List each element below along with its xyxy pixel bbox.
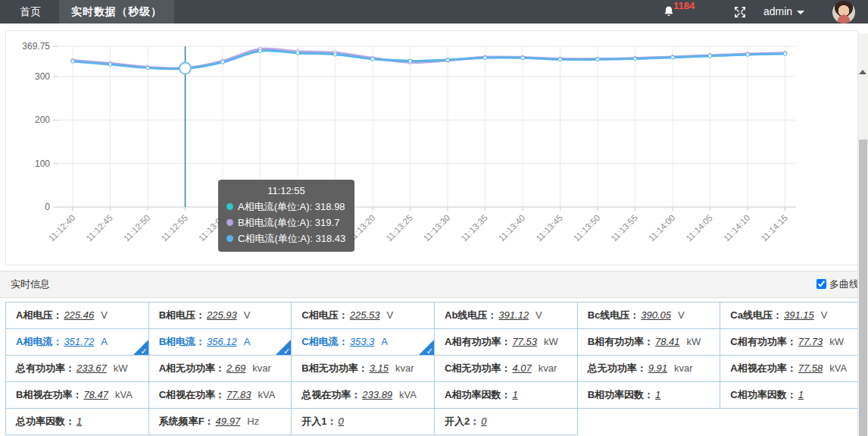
cell-value-link[interactable]: 1 <box>655 389 660 400</box>
table-cell-A相功率因数[interactable]: A相功率因数：1 <box>435 382 578 409</box>
cell-value-link[interactable]: 1 <box>76 416 82 427</box>
cell-value-link[interactable]: 353.3 <box>350 336 375 347</box>
table-cell-Ca线电压[interactable]: Ca线电压：391.15V <box>720 303 863 329</box>
table-cell-B相视在功率[interactable]: B相视在功率：78.47kVA <box>6 382 149 409</box>
cell-value-link[interactable]: 233.89 <box>362 389 392 400</box>
scroll-up-button[interactable] <box>859 70 866 74</box>
scrollbar-track[interactable] <box>857 33 868 436</box>
cell-unit: kVA <box>399 389 417 400</box>
cell-value-link[interactable]: 356.12 <box>207 336 237 347</box>
realtime-info-bar: 实时信息 多曲线 <box>0 271 868 298</box>
cell-unit: V <box>678 309 685 321</box>
data-point <box>296 52 300 55</box>
table-cell-A相视在功率[interactable]: A相视在功率：77.58kVA <box>720 356 863 382</box>
cell-value-link[interactable]: 0 <box>339 416 344 427</box>
cell-value-link[interactable]: 391.12 <box>498 309 529 321</box>
top-header: 首页 实时数据（秒级） 1184 admin <box>0 0 868 24</box>
cell-value-link[interactable]: 77.58 <box>798 362 823 374</box>
cell-unit: kW <box>687 336 701 347</box>
table-cell-C相有功功率[interactable]: C相有功功率：77.73kW <box>720 329 863 356</box>
cell-value-link[interactable]: 49.97 <box>216 416 241 427</box>
cell-label: Ca线电压： <box>730 309 782 321</box>
avatar[interactable] <box>832 1 855 24</box>
table-cell-A相无功功率[interactable]: A相无功功率：2.69kvar <box>149 356 292 382</box>
table-cell-B相电压[interactable]: B相电压：225.93V <box>149 303 292 329</box>
cell-value-link[interactable]: 351.72 <box>64 336 94 347</box>
table-cell-C相电压[interactable]: C相电压：225.53V <box>292 303 435 329</box>
tooltip-series-line: A相电流(单位:A): 318.98 <box>226 199 346 215</box>
cell-value-link[interactable]: 4.07 <box>512 362 531 374</box>
table-cell-A相有功功率[interactable]: A相有功功率：77.53kW <box>435 329 578 356</box>
chart-canvas[interactable]: 11:12:4011:12:4511:12:5011:12:5511:13:00… <box>6 31 856 263</box>
cell-value-link[interactable]: 77.83 <box>226 389 251 400</box>
cell-label: 系统频率F： <box>159 416 214 427</box>
highlight-point <box>180 63 191 74</box>
cell-value-link[interactable]: 391.15 <box>784 309 814 321</box>
cell-unit: Hz <box>247 416 259 427</box>
fullscreen-icon[interactable] <box>733 5 747 19</box>
tooltip-series-line: C相电流(单位:A): 318.43 <box>226 231 346 246</box>
cell-value-link[interactable]: 77.53 <box>512 336 537 347</box>
table-cell-系统频率F[interactable]: 系统频率F：49.97Hz <box>149 409 292 435</box>
cell-unit: V <box>535 309 542 321</box>
table-cell-开入1[interactable]: 开入1：0 <box>292 409 435 435</box>
table-cell-C相电流[interactable]: C相电流：353.3A✓ <box>292 329 435 356</box>
table-cell-A相电流[interactable]: A相电流：351.72A✓ <box>6 329 149 356</box>
multi-curve-checkbox[interactable] <box>816 279 826 289</box>
notification-count-badge: 1184 <box>673 0 695 11</box>
user-menu[interactable]: admin <box>763 0 804 24</box>
cell-unit: V <box>101 309 108 321</box>
table-cell-总有功功率[interactable]: 总有功功率：233.67kW <box>6 356 149 382</box>
multi-curve-toggle[interactable]: 多曲线 <box>816 271 859 297</box>
table-cell-开入2[interactable]: 开入2：0 <box>435 409 578 435</box>
x-tick-label: 11:13:25 <box>384 213 414 243</box>
user-name: admin <box>763 5 792 17</box>
table-cell-Bc线电压[interactable]: Bc线电压：390.05V <box>578 303 721 329</box>
cell-value-link[interactable]: 390.05 <box>641 309 671 321</box>
cell-value-link[interactable]: 225.53 <box>350 309 380 321</box>
cell-unit: kvar <box>395 362 414 374</box>
tab-realtime-data[interactable]: 实时数据（秒级） <box>59 0 174 24</box>
x-tick-label: 11:12:50 <box>122 213 152 243</box>
table-cell-B相有功功率[interactable]: B相有功功率：78.41kW <box>578 329 721 356</box>
table-cell-B相无功功率[interactable]: B相无功功率：3.15kvar <box>292 356 435 382</box>
table-cell-A相电压[interactable]: A相电压：225.46V <box>6 303 149 329</box>
data-point <box>483 56 487 60</box>
cell-value-link[interactable]: 0 <box>481 416 486 427</box>
cell-value-link[interactable]: 77.73 <box>798 336 823 347</box>
table-cell-C相功率因数[interactable]: C相功率因数：1 <box>720 382 863 409</box>
cell-value-link[interactable]: 1 <box>798 389 804 400</box>
cell-value-link[interactable]: 3.15 <box>370 362 389 374</box>
table-cell-Ab线电压[interactable]: Ab线电压：391.12V <box>435 303 578 329</box>
data-point <box>671 55 675 59</box>
x-tick-label: 11:14:10 <box>722 213 752 243</box>
scrollbar-thumb[interactable] <box>859 140 867 436</box>
cell-value-link[interactable]: 2.69 <box>226 362 245 374</box>
multi-curve-label: 多曲线 <box>829 278 859 290</box>
cell-value-link[interactable]: 1 <box>512 389 517 400</box>
cell-label: 总无功功率： <box>588 362 647 374</box>
cell-value-link[interactable]: 9.91 <box>648 362 667 374</box>
table-cell-C相视在功率[interactable]: C相视在功率：77.83kVA <box>149 382 292 409</box>
data-point <box>71 60 75 64</box>
cell-unit: kVA <box>829 362 847 374</box>
table-cell-B相电流[interactable]: B相电流：356.12A✓ <box>149 329 292 356</box>
cell-value-link[interactable]: 225.93 <box>207 309 237 321</box>
data-point <box>371 57 375 61</box>
table-cell-总无功功率[interactable]: 总无功功率：9.91kvar <box>578 356 721 382</box>
table-cell-总视在功率[interactable]: 总视在功率：233.89kVA <box>292 382 435 409</box>
cell-label: B相电流： <box>159 336 205 347</box>
cell-label: 总有功功率： <box>16 362 75 374</box>
table-cell-总功率因数[interactable]: 总功率因数：1 <box>6 409 149 435</box>
cell-value-link[interactable]: 78.41 <box>655 336 680 347</box>
cell-unit: kVA <box>258 389 276 400</box>
cell-value-link[interactable]: 78.47 <box>83 389 108 400</box>
cell-unit: kvar <box>539 362 557 374</box>
tab-home[interactable]: 首页 <box>0 0 61 24</box>
table-cell-C相无功功率[interactable]: C相无功功率：4.07kvar <box>435 356 578 382</box>
table-cell-empty <box>578 409 721 434</box>
cell-value-link[interactable]: 233.67 <box>76 362 107 374</box>
cell-unit: kW <box>114 362 128 374</box>
table-cell-B相功率因数[interactable]: B相功率因数：1 <box>578 382 721 409</box>
cell-value-link[interactable]: 225.46 <box>64 309 94 321</box>
